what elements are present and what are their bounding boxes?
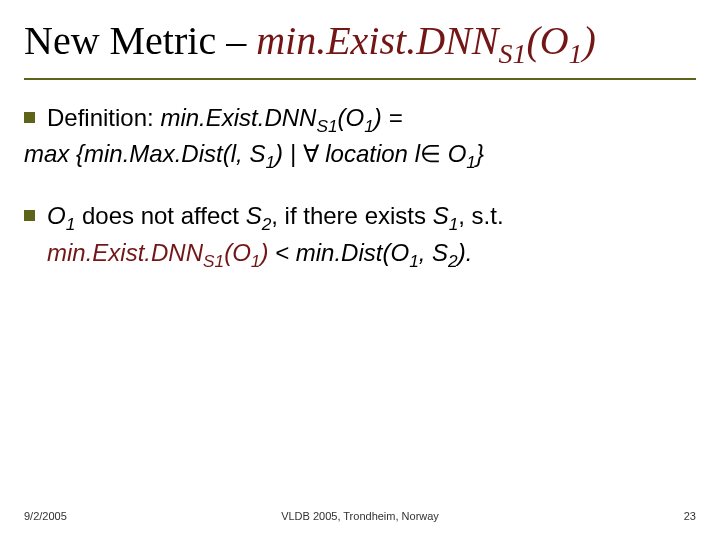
prop-md: min.Dist(O — [296, 239, 409, 266]
def-l2-in: ∈ — [420, 141, 441, 167]
def-expr-arg: (O — [338, 104, 365, 131]
bullet-text: Definition: min.Exist.DNNS1(O1) = max {m… — [47, 102, 696, 174]
bullet-text: O1 does not affect S2, if there exists S… — [47, 200, 696, 272]
prop-o1: O — [47, 202, 66, 229]
slide-body: Definition: min.Exist.DNNS1(O1) = max {m… — [24, 102, 696, 273]
prop-cmp: < — [268, 239, 295, 266]
title-metric: min.Exist.DNNS1(O1) — [256, 18, 596, 63]
prop-s1: S — [433, 202, 449, 229]
bullet-marker-icon — [24, 210, 35, 221]
def-l2-mid1: , S — [236, 140, 265, 167]
prop-accent-sub: S1 — [203, 250, 224, 270]
prop-s2sub: 2 — [262, 214, 272, 234]
def-l2-close: } — [476, 140, 484, 167]
def-expr: min.Exist.DNNS1(O1) = — [160, 104, 402, 131]
def-line2: max {min.Max.Dist(l, S1) | ∀ location l∈… — [24, 138, 696, 174]
title-prefix: New Metric – — [24, 18, 256, 63]
def-l2-o: O — [441, 140, 466, 167]
prop-accent-arg: (O — [224, 239, 251, 266]
title-metric-sub: S1 — [498, 38, 526, 69]
prop-p4: , if there exists — [271, 202, 432, 229]
def-l2-osub: 1 — [466, 152, 476, 172]
title-arg-close: ) — [583, 18, 596, 63]
def-l2-prefix: max {min.Max.Dist( — [24, 140, 231, 167]
prop-accent-main: min.Exist.DNN — [47, 239, 203, 266]
prop-o1sub: 1 — [66, 214, 76, 234]
prop-p2: does not affect — [75, 202, 245, 229]
prop-s2: S — [246, 202, 262, 229]
slide-title: New Metric – min.Exist.DNNS1(O1) — [24, 18, 696, 80]
def-l2-mid2: ) | — [275, 140, 303, 167]
title-arg-sub: 1 — [569, 38, 583, 69]
def-l2-forall: ∀ — [303, 141, 319, 167]
def-expr-main: min.Exist.DNN — [160, 104, 316, 131]
def-lead: Definition: — [47, 104, 160, 131]
def-l2-loc: location — [319, 140, 415, 167]
prop-mdmid: , S — [419, 239, 448, 266]
slide-footer: 9/2/2005 VLDB 2005, Trondheim, Norway 23 — [0, 510, 720, 522]
bullet-property: O1 does not affect S2, if there exists S… — [24, 200, 696, 272]
bullet-marker-icon — [24, 112, 35, 123]
def-expr-argsub: 1 — [364, 116, 374, 136]
slide: New Metric – min.Exist.DNNS1(O1) Definit… — [0, 0, 720, 540]
footer-venue: VLDB 2005, Trondheim, Norway — [0, 510, 720, 522]
def-expr-sub: S1 — [316, 116, 337, 136]
bullet-definition: Definition: min.Exist.DNNS1(O1) = max {m… — [24, 102, 696, 174]
prop-accent-argsub: 1 — [251, 250, 261, 270]
prop-s1sub: 1 — [449, 214, 459, 234]
prop-mdclose: ). — [458, 239, 473, 266]
prop-mdsub1: 1 — [409, 250, 419, 270]
def-l2-s1sub: 1 — [265, 152, 275, 172]
def-expr-argclose: ) = — [374, 104, 403, 131]
title-metric-name: min.Exist.DNN — [256, 18, 498, 63]
prop-p6: , s.t. — [458, 202, 503, 229]
title-arg-open: (O — [526, 18, 568, 63]
prop-accent: min.Exist.DNNS1(O1) — [47, 239, 268, 266]
prop-mdsub2: 2 — [448, 250, 458, 270]
